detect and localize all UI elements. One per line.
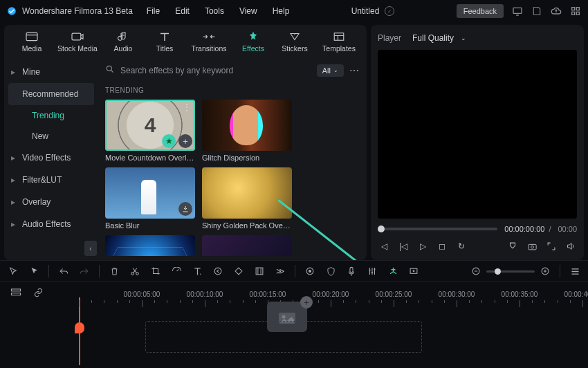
pointer-tool-icon[interactable] [28, 265, 40, 277]
tab-audio[interactable]: Audio [102, 30, 144, 53]
cloud-upload-icon[interactable] [551, 6, 562, 17]
sidebar-item-mine[interactable]: ▸Mine [4, 61, 98, 83]
filter-dropdown[interactable]: All⌄ [317, 64, 344, 77]
sidebar-item-audio-effects[interactable]: ▸Audio Effects [4, 213, 98, 235]
effect-card[interactable]: 4 ⋮ ★ ＋ Movie Countdown Overlay 08 [105, 100, 195, 162]
effect-thumbnail[interactable] [105, 167, 195, 219]
speed-button[interactable] [170, 265, 183, 277]
play-button[interactable]: ▷ [416, 240, 429, 252]
effect-card[interactable]: Basic Blur [105, 167, 195, 230]
svg-rect-3 [576, 8, 579, 10]
select-tool-icon[interactable] [7, 265, 19, 277]
zoom-in-button[interactable] [539, 265, 551, 277]
menu-view[interactable]: View [239, 6, 257, 16]
tab-titles[interactable]: Titles [144, 30, 185, 53]
marker-button[interactable] [407, 265, 420, 277]
effect-card[interactable] [105, 235, 195, 256]
tab-templates[interactable]: Templates [315, 30, 362, 53]
more-options-button[interactable]: ⋯ [349, 65, 360, 76]
record-button[interactable] [304, 265, 316, 277]
search-input[interactable] [120, 66, 311, 75]
download-button[interactable] [178, 202, 192, 216]
svg-point-22 [369, 270, 370, 271]
ruler-label: 00:00:30:00 [439, 291, 475, 298]
timeline-view-button[interactable] [569, 265, 581, 277]
sidebar-sub-new[interactable]: New [4, 126, 98, 147]
shield-icon[interactable] [324, 265, 337, 277]
ruler-label: 00:00:40:00 [564, 291, 588, 298]
time-ruler[interactable]: 00:00:05:0000:00:10:0000:00:15:0000:00:2… [79, 300, 582, 320]
audio-mixer-button[interactable] [366, 265, 378, 277]
audio-icon [118, 30, 129, 43]
text-button[interactable] [191, 265, 203, 277]
card-menu-icon[interactable]: ⋮ [183, 102, 191, 112]
sidebar-sub-trending[interactable]: Trending [4, 105, 98, 126]
quality-dropdown[interactable]: Full Quality⌄ [412, 33, 466, 43]
chevron-right-icon: ▸ [11, 153, 18, 163]
prev-frame-button[interactable]: ◁ [378, 240, 390, 252]
menu-file[interactable]: File [147, 6, 160, 16]
add-media-icon: ＋ [300, 296, 313, 309]
sidebar-item-video-effects[interactable]: ▸Video Effects [4, 147, 98, 169]
link-button[interactable] [32, 286, 44, 299]
svg-rect-30 [11, 293, 20, 295]
magnet-button[interactable] [387, 265, 399, 277]
sidebar-item-filter-lut[interactable]: ▸Filter&LUT [4, 169, 98, 191]
track-manage-button[interactable] [10, 286, 22, 299]
tab-stock-media[interactable]: Stock Media [53, 30, 102, 53]
player-viewport[interactable] [378, 50, 577, 219]
project-name[interactable]: Untitled [351, 6, 380, 16]
effect-card[interactable]: Glitch Dispersion [202, 100, 292, 162]
effect-card[interactable]: Shiny Golden Pack Overlay 09 [202, 167, 292, 230]
effect-thumbnail[interactable] [202, 167, 292, 219]
save-icon[interactable] [531, 6, 542, 17]
loop-button[interactable]: ↻ [455, 240, 468, 252]
more-tools-button[interactable]: ≫ [274, 265, 286, 277]
expand-button[interactable] [545, 240, 558, 252]
svg-rect-1 [513, 8, 522, 13]
stickers-icon [288, 30, 301, 43]
seek-slider[interactable] [378, 228, 497, 230]
effect-card[interactable] [202, 235, 292, 256]
effect-thumbnail[interactable] [202, 235, 292, 256]
step-back-button[interactable]: |◁ [397, 240, 410, 252]
keyframe-button[interactable] [232, 265, 245, 277]
feedback-button[interactable]: Feedback [457, 4, 504, 18]
sidebar-item-recommended[interactable]: Recommended [8, 83, 94, 105]
menu-edit[interactable]: Edit [175, 6, 190, 16]
tab-stickers[interactable]: Stickers [274, 30, 315, 53]
keyframe-back-button[interactable] [212, 265, 224, 277]
zoom-slider[interactable] [486, 270, 535, 273]
effect-thumbnail[interactable] [105, 235, 195, 256]
stop-button[interactable]: ◻ [436, 240, 448, 252]
redo-button[interactable] [78, 265, 91, 277]
undo-button[interactable] [57, 265, 70, 277]
collapse-sidebar-button[interactable]: ‹ [84, 241, 97, 256]
crop-button[interactable] [149, 265, 162, 277]
add-to-timeline-button[interactable]: ＋ [178, 134, 192, 148]
timeline-drop-zone[interactable] [145, 321, 422, 353]
effects-content: All⌄ ⋯ TRENDING 4 ⋮ ★ ＋ Movie Countdown … [98, 58, 367, 260]
effect-thumbnail[interactable]: 4 ⋮ ★ ＋ [105, 100, 195, 151]
voiceover-button[interactable] [345, 265, 358, 277]
tab-effects[interactable]: Effects [232, 30, 274, 53]
sidebar-item-overlay[interactable]: ▸Overlay [4, 191, 98, 213]
menu-tools[interactable]: Tools [205, 6, 224, 16]
browser-panel: Media Stock Media Audio Titles Transitio… [4, 25, 367, 260]
mark-in-button[interactable] [506, 240, 519, 252]
display-icon[interactable] [512, 6, 523, 17]
menu-help[interactable]: Help [273, 6, 290, 16]
transitions-icon [202, 30, 216, 43]
zoom-out-button[interactable] [470, 265, 482, 277]
effect-thumbnail[interactable] [202, 100, 292, 151]
section-heading-trending: TRENDING [105, 86, 360, 94]
favorite-button[interactable]: ★ [162, 134, 176, 148]
delete-button[interactable] [108, 265, 120, 277]
tab-transitions[interactable]: Transitions [185, 30, 232, 53]
apps-icon[interactable] [570, 6, 581, 17]
volume-button[interactable] [564, 240, 577, 252]
split-button[interactable] [129, 265, 141, 277]
snapshot-button[interactable] [526, 240, 538, 252]
tab-media[interactable]: Media [11, 30, 53, 53]
adjust-button[interactable] [253, 265, 266, 277]
